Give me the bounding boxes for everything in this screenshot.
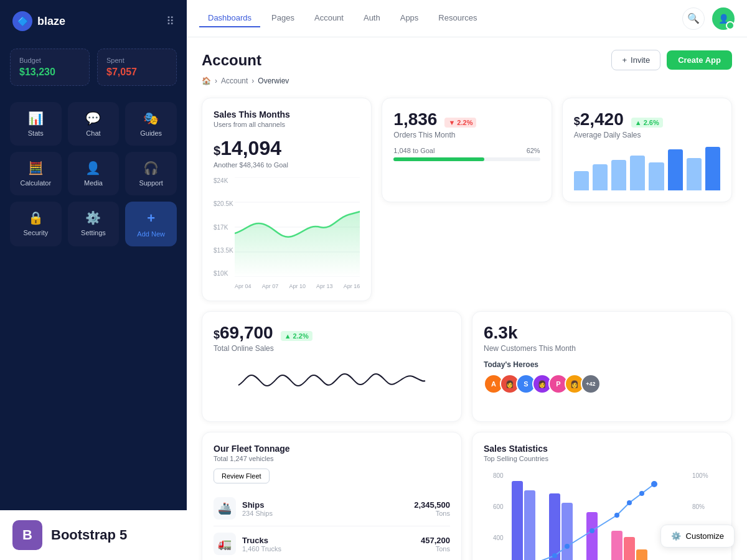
nav-pages[interactable]: Pages: [263, 9, 303, 27]
wave-svg: [214, 360, 450, 410]
security-label: Security: [23, 229, 48, 236]
x-label-5: Apr 16: [344, 283, 360, 289]
sidebar-item-guides[interactable]: 🎭 Guides: [125, 102, 177, 146]
sales-month-value: $14,094: [214, 137, 360, 160]
x-label-4: Apr 13: [316, 283, 333, 289]
hero-avatars: A 👩 S 👩 P 👩 +42: [484, 374, 720, 394]
svg-rect-19: [624, 537, 635, 560]
trucks-value: 457,200: [421, 536, 450, 545]
bottom-grid: Our Fleet Tonnage Total 1,247 vehicles R…: [202, 432, 732, 560]
orders-value: 1,836: [393, 110, 437, 129]
chat-label: Chat: [86, 129, 100, 137]
search-button[interactable]: 🔍: [682, 7, 705, 30]
stats-title: Sales Statistics: [484, 444, 720, 454]
new-customers-label: New Customers This Month: [484, 344, 720, 353]
svg-text:100%: 100%: [692, 472, 708, 479]
ships-unit: Tons: [414, 510, 450, 517]
nav-actions: 🔍 👤: [682, 7, 735, 30]
settings-icon: ⚙️: [85, 210, 101, 225]
svg-rect-14: [524, 490, 535, 560]
ships-value: 2,345,500: [414, 500, 450, 510]
nav-resources[interactable]: Resources: [430, 9, 486, 27]
support-label: Support: [139, 179, 163, 187]
bootstrap-icon: B: [12, 520, 42, 550]
hero-more: +42: [581, 374, 601, 394]
page-title: Account: [202, 52, 261, 69]
nav-dashboards[interactable]: Dashboards: [199, 9, 260, 27]
breadcrumb-home[interactable]: 🏠: [202, 77, 211, 85]
support-icon: 🎧: [143, 161, 159, 175]
online-sales-value: $69,700: [214, 323, 273, 343]
spent-label: Spent: [106, 57, 167, 64]
sales-month-title: Sales This Months: [214, 110, 360, 119]
menu-icon[interactable]: ⠿: [166, 14, 174, 28]
sidebar-logo: 🔷 blaze: [12, 11, 65, 31]
line-chart-svg: [235, 177, 360, 277]
guides-icon: 🎭: [143, 111, 159, 126]
svg-text:400: 400: [493, 534, 504, 541]
sidebar-item-add-new[interactable]: + Add New: [125, 202, 177, 246]
customize-icon: ⚙️: [671, 531, 681, 541]
customize-button[interactable]: ⚙️ Customize: [660, 525, 735, 548]
breadcrumb-separator2: ›: [251, 77, 254, 85]
media-icon: 👤: [85, 161, 101, 175]
bar-2: [593, 164, 608, 190]
trucks-label: Trucks: [242, 536, 415, 545]
svg-point-25: [590, 528, 594, 533]
budget-label: Budget: [19, 57, 80, 64]
nav-apps[interactable]: Apps: [392, 9, 428, 27]
svg-point-29: [651, 481, 657, 487]
bar-1: [574, 171, 589, 191]
invite-button[interactable]: + Invite: [611, 50, 660, 70]
online-sales-card: $69,700 ▲ 2.2% Total Online Sales: [202, 311, 462, 422]
svg-point-23: [552, 553, 557, 558]
sidebar-item-calculator[interactable]: 🧮 Calculator: [10, 152, 62, 195]
sidebar-item-support[interactable]: 🎧 Support: [125, 152, 177, 195]
bar-5: [649, 162, 664, 191]
logo-icon: 🔷: [12, 11, 32, 31]
breadcrumb-account[interactable]: Account: [221, 77, 248, 85]
fleet-row-ships: 🚢 Ships 234 Ships 2,345,500 Tons: [214, 491, 450, 526]
budget-card: Budget $13,230: [10, 49, 90, 86]
progress-bar-fill: [393, 157, 484, 161]
budget-section: Budget $13,230 Spent $7,057: [0, 42, 187, 96]
review-fleet-button[interactable]: Review Fleet: [214, 469, 270, 483]
trucks-count: 1,460 Trucks: [242, 545, 415, 553]
sales-month-card: Sales This Months Users from all channel…: [202, 98, 372, 301]
add-icon: +: [147, 210, 155, 226]
sidebar-item-media[interactable]: 👤 Media: [68, 152, 120, 195]
x-label-3: Apr 10: [289, 283, 306, 289]
chart-y-labels: $24K $20.5K $17K $13.5K $10K: [214, 177, 233, 277]
svg-rect-15: [549, 493, 560, 560]
sidebar-item-chat[interactable]: 💬 Chat: [68, 102, 120, 146]
nav-auth[interactable]: Auth: [355, 9, 389, 27]
ships-name: Ships 234 Ships: [242, 500, 408, 517]
sales-month-subtitle: Users from all channels: [214, 121, 360, 128]
svg-rect-17: [586, 512, 598, 560]
sidebar-header: 🔷 blaze ⠿: [0, 0, 187, 42]
spent-amount: $7,057: [106, 67, 167, 78]
ships-amount: 2,345,500 Tons: [414, 500, 450, 517]
daily-sales-badge: ▲ 2.6%: [631, 118, 663, 128]
chat-icon: 💬: [85, 111, 101, 126]
nav-account[interactable]: Account: [306, 9, 352, 27]
top-navigation: Dashboards Pages Account Auth Apps Resou…: [187, 0, 747, 37]
nav-grid: 📊 Stats 💬 Chat 🎭 Guides 🧮 Calculator 👤 M…: [0, 96, 187, 253]
svg-point-24: [565, 544, 570, 549]
daily-sales-chart: [574, 147, 720, 190]
todays-heroes-section: Today's Heroes A 👩 S 👩 P 👩 +42: [484, 360, 720, 394]
user-avatar[interactable]: 👤: [712, 7, 735, 30]
create-app-button[interactable]: Create App: [667, 50, 732, 70]
stats-label: Stats: [28, 129, 44, 137]
svg-text:800: 800: [493, 472, 504, 479]
page-header: Account + Invite Create App: [202, 50, 732, 70]
main-content: Dashboards Pages Account Auth Apps Resou…: [187, 0, 747, 560]
trucks-name: Trucks 1,460 Trucks: [242, 536, 415, 553]
sidebar-item-stats[interactable]: 📊 Stats: [10, 102, 62, 146]
fleet-card: Our Fleet Tonnage Total 1,247 vehicles R…: [202, 432, 462, 560]
sidebar-item-security[interactable]: 🔒 Security: [10, 202, 62, 246]
svg-rect-18: [611, 531, 622, 560]
fleet-subtitle: Total 1,247 vehicles: [214, 455, 450, 462]
sidebar-item-settings[interactable]: ⚙️ Settings: [68, 202, 120, 246]
y-label-3: $17K: [214, 224, 233, 231]
